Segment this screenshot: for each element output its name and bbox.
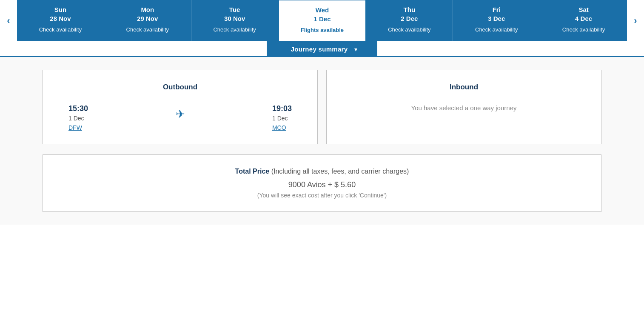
day-cell-tue[interactable]: Tue30 NovCheck availability [191,0,279,41]
main-content: Outbound 15:30 1 Dec DFW ✈ 19:03 1 Dec M… [0,57,644,225]
arrive-time: 19:03 [272,104,292,113]
day-cell-sun[interactable]: Sun28 NovCheck availability [17,0,104,41]
day-date-wed: 1 Dec [282,15,363,23]
day-date-sun: 28 Nov [20,15,101,22]
outbound-depart: 15:30 1 Dec DFW [68,104,88,131]
day-date-thu: 2 Dec [368,15,450,22]
prev-arrow-button[interactable]: ‹ [0,0,17,41]
inbound-message: You have selected a one way journey [344,104,584,111]
plane-icon: ✈ [176,108,185,121]
journey-summary-bar[interactable]: Journey summary ▾ [0,41,644,57]
depart-airport-link[interactable]: DFW [68,124,88,131]
outbound-card: Outbound 15:30 1 Dec DFW ✈ 19:03 1 Dec M… [43,70,318,144]
day-cell-sat[interactable]: Sat4 DecCheck availability [540,0,627,41]
next-arrow-button[interactable]: › [627,0,644,41]
day-name-mon: Mon [107,6,188,13]
day-cell-fri[interactable]: Fri3 DecCheck availability [453,0,540,41]
day-name-thu: Thu [368,6,450,13]
day-status-fri: Check availability [456,26,537,33]
journey-chevron-icon: ▾ [354,46,357,53]
day-cell-thu[interactable]: Thu2 DecCheck availability [366,0,453,41]
inbound-card: Inbound You have selected a one way jour… [326,70,601,144]
day-date-fri: 3 Dec [456,15,537,22]
day-name-tue: Tue [194,6,276,13]
price-card: Total Price (Including all taxes, fees, … [43,154,601,212]
day-status-sun: Check availability [20,26,101,33]
day-status-tue: Check availability [194,26,276,33]
price-note: (You will see exact cost after you click… [60,192,584,199]
day-date-tue: 30 Nov [194,15,276,22]
flight-arrow-container: ✈ [176,104,185,121]
inbound-title: Inbound [344,83,584,91]
price-title-rest: (Including all taxes, fees, and carrier … [269,168,409,175]
days-container: Sun28 NovCheck availabilityMon29 NovChec… [17,0,627,41]
arrive-date: 1 Dec [272,115,292,122]
day-status-sat: Check availability [543,26,624,33]
day-cell-mon[interactable]: Mon29 NovCheck availability [104,0,191,41]
day-name-sat: Sat [543,6,624,13]
flight-cards-row: Outbound 15:30 1 Dec DFW ✈ 19:03 1 Dec M… [43,70,601,144]
depart-date: 1 Dec [68,115,88,122]
calendar-section: ‹ Sun28 NovCheck availabilityMon29 NovCh… [0,0,644,41]
journey-summary-label: Journey summary [287,46,352,53]
outbound-arrive: 19:03 1 Dec MCO [272,104,292,131]
day-date-sat: 4 Dec [543,15,624,22]
day-name-wed: Wed [282,6,363,14]
outbound-times-row: 15:30 1 Dec DFW ✈ 19:03 1 Dec MCO [60,104,300,131]
day-status-mon: Check availability [107,26,188,33]
price-value: 9000 Avios + $ 5.60 [60,180,584,189]
day-date-mon: 29 Nov [107,15,188,22]
day-status-wed: Flights available [282,27,363,33]
day-cell-wed[interactable]: Wed1 DecFlights available [278,0,367,42]
price-title: Total Price (Including all taxes, fees, … [60,168,584,175]
price-title-bold: Total Price [235,168,270,175]
day-name-fri: Fri [456,6,537,13]
arrive-airport-link[interactable]: MCO [272,124,292,131]
depart-time: 15:30 [68,104,88,113]
day-name-sun: Sun [20,6,101,13]
outbound-title: Outbound [60,83,300,91]
day-status-thu: Check availability [368,26,450,33]
